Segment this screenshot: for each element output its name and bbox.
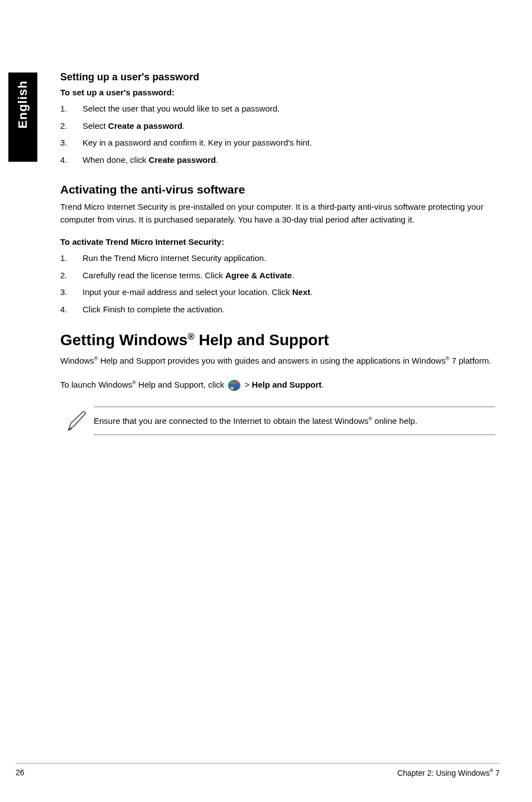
list-item: 3. Input your e-mail address and select …: [60, 286, 495, 299]
section1-heading: Setting up a user's password: [60, 71, 495, 83]
section2-subheading: To activate Trend Micro Internet Securit…: [60, 237, 495, 247]
step-number: 2.: [60, 269, 83, 282]
step-number: 4.: [60, 154, 83, 167]
list-item: 1. Run the Trend Micro Internet Security…: [60, 252, 495, 265]
section2-steps: 1. Run the Trend Micro Internet Security…: [60, 252, 495, 316]
step-text: Carefully read the license terms. Click …: [83, 269, 495, 282]
step-text: Input your e-mail address and select you…: [83, 286, 495, 299]
list-item: 1. Select the user that you would like t…: [60, 103, 495, 115]
step-text: Click Finish to complete the activation.: [83, 303, 495, 316]
section1-subheading: To set up a user's password:: [60, 88, 495, 97]
list-item: 2. Select Create a password.: [60, 120, 495, 133]
section3-heading: Getting Windows® Help and Support: [60, 331, 495, 349]
step-text: Run the Trend Micro Internet Security ap…: [83, 252, 495, 265]
page-footer: 26 Chapter 2: Using Windows® 7: [16, 763, 500, 777]
list-item: 3. Key in a password and confirm it. Key…: [60, 137, 495, 149]
note-text: Ensure that you are connected to the Int…: [94, 407, 495, 435]
step-text: Select Create a password.: [83, 120, 495, 133]
step-text: Select the user that you would like to s…: [83, 103, 495, 115]
chapter-label: Chapter 2: Using Windows® 7: [397, 768, 500, 777]
language-tab: English: [8, 73, 37, 162]
section3-para: Windows® Help and Support provides you w…: [60, 355, 495, 368]
step-text: When done, click Create password.: [83, 154, 495, 167]
step-number: 3.: [60, 137, 83, 149]
step-number: 1.: [60, 103, 83, 115]
windows-start-icon: [228, 380, 240, 391]
note-row: Ensure that you are connected to the Int…: [60, 407, 495, 435]
page-number: 26: [16, 768, 25, 777]
step-number: 2.: [60, 120, 83, 133]
language-label: English: [16, 80, 30, 128]
step-number: 3.: [60, 286, 83, 299]
section2-para: Trend Micro Internet Security is pre-ins…: [60, 201, 495, 226]
pen-icon: [60, 409, 94, 433]
list-item: 4. Click Finish to complete the activati…: [60, 303, 495, 316]
section2-heading: Activating the anti-virus software: [60, 183, 495, 196]
step-number: 1.: [60, 252, 83, 265]
main-content: Setting up a user's password To set up a…: [60, 71, 495, 435]
list-item: 4. When done, click Create password.: [60, 154, 495, 167]
step-text: Key in a password and confirm it. Key in…: [83, 137, 495, 149]
section3-launch: To launch Windows® Help and Support, cli…: [60, 379, 495, 392]
step-number: 4.: [60, 303, 83, 316]
section1-steps: 1. Select the user that you would like t…: [60, 103, 495, 166]
list-item: 2. Carefully read the license terms. Cli…: [60, 269, 495, 282]
